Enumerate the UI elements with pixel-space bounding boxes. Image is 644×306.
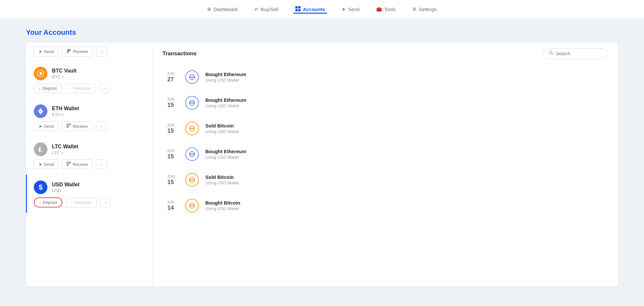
svg-rect-16 (69, 162, 71, 163)
tx-day: 15 (162, 153, 179, 160)
svg-rect-12 (67, 124, 68, 125)
tx-date-1: JUN 15 (162, 97, 179, 109)
transaction-row: JUN 14 Bought Bitcoin Using USD Wallet (153, 193, 618, 219)
usd-withdraw-button[interactable]: ↑ Withdraw (66, 197, 97, 207)
eth-wallet-name: ETH Wallet (52, 106, 79, 112)
tx-day: 14 (162, 205, 179, 211)
eth-logo (34, 104, 47, 118)
btc-vault-name: BTC Vault (52, 68, 77, 74)
svg-rect-13 (69, 124, 71, 125)
tx-icon-5 (185, 199, 199, 212)
transaction-row: JUN 27 Bought Ethereum Using USD Wallet (153, 64, 618, 90)
top-actions-row: ➤ Send Receive ··· (26, 43, 152, 61)
nav-item-tools[interactable]: 🧰 Tools (374, 5, 397, 13)
btc-more-button[interactable]: ··· (99, 84, 110, 93)
transaction-list: JUN 27 Bought Ethereum Using USD Wallet … (153, 64, 618, 219)
tx-date-0: JUN 27 (162, 72, 179, 83)
ltc-wallet-balance: LTC ≈ (52, 150, 78, 155)
send-icon: ➤ (342, 7, 346, 12)
svg-rect-17 (67, 164, 68, 166)
top-send-button[interactable]: ➤ Send (34, 47, 58, 57)
tx-sub: Using USD Wallet (205, 180, 608, 185)
usd-withdraw-icon: ↑ (71, 200, 73, 205)
ltc-receive-button[interactable]: Receive (62, 159, 93, 169)
svg-rect-14 (67, 126, 68, 127)
main-container: Your Accounts ➤ Send Receive ··· (0, 19, 644, 306)
btc-deposit-button[interactable]: ↓ Deposit (34, 84, 62, 93)
tx-info-4: Sold Bitcoin Using USD Wallet (205, 174, 608, 185)
svg-rect-1 (298, 6, 301, 8)
nav-label-dashboard: Dashboard (213, 7, 237, 12)
tx-month: JUN (162, 174, 179, 179)
transactions-title: Transactions (162, 50, 197, 57)
nav-label-buysell: Buy/Sell (261, 7, 278, 12)
eth-more-icon: ··· (99, 124, 103, 129)
account-item-usd: $ USD Wallet USD ↓ Deposit ↑ Withdraw (26, 175, 152, 213)
accounts-icon (295, 6, 301, 12)
dashboard-icon: ⊞ (207, 7, 211, 12)
tx-icon-3 (185, 147, 199, 161)
tx-icon-2 (185, 122, 199, 135)
eth-receive-button[interactable]: Receive (62, 121, 93, 131)
account-header-btc: BTC Vault BTC ≈ (34, 67, 145, 80)
usd-deposit-button[interactable]: ↓ Deposit (34, 197, 62, 207)
tx-day: 15 (162, 179, 179, 186)
svg-rect-4 (67, 49, 69, 51)
ltc-send-button[interactable]: ➤ Send (34, 159, 58, 169)
usd-wallet-name: USD Wallet (52, 182, 80, 188)
nav-item-accounts[interactable]: Accounts (293, 5, 327, 14)
tx-info-0: Bought Ethereum Using USD Wallet (205, 72, 608, 83)
transactions-panel: Transactions JUN 27 B (153, 43, 618, 286)
tx-sub: Using USD Wallet (205, 78, 608, 83)
eth-more-button[interactable]: ··· (96, 121, 107, 131)
tx-sub: Using USD Wallet (205, 155, 608, 160)
tx-month: JUN (162, 123, 179, 127)
tx-icon-0 (185, 70, 199, 84)
svg-rect-3 (298, 9, 301, 11)
deposit-down-icon: ↓ (39, 86, 41, 91)
tx-sub: Using USD Wallet (205, 103, 608, 108)
tx-name: Sold Bitcoin (205, 123, 608, 128)
ltc-more-button[interactable]: ··· (96, 159, 107, 169)
svg-line-19 (552, 54, 553, 55)
tx-month: JUN (162, 200, 179, 205)
btc-vault-actions: ↓ Deposit ↑ Withdraw ··· (34, 84, 145, 93)
receive-small-icon (67, 49, 71, 54)
nav-item-buysell[interactable]: ⇄ Buy/Sell (252, 5, 280, 13)
tx-name: Sold Bitcoin (205, 174, 608, 180)
eth-receive-icon (67, 124, 71, 129)
nav-label-send: Send (348, 7, 359, 12)
tx-sub: Using USD Wallet (205, 206, 608, 211)
eth-send-button[interactable]: ➤ Send (34, 121, 58, 131)
usd-more-button[interactable]: ··· (100, 197, 110, 207)
settings-icon: ⚙ (412, 7, 417, 12)
tx-day: 27 (162, 76, 179, 83)
transaction-row: JUN 15 Bought Ethereum Using USD Wallet (153, 141, 618, 167)
ltc-logo: Ł (34, 142, 47, 156)
btc-vault-balance: BTC ≈ (52, 74, 77, 79)
transaction-row: JUN 15 Sold Bitcoin Using USD Wallet (153, 167, 618, 193)
account-header-usd: $ USD Wallet USD (34, 180, 145, 194)
svg-point-18 (549, 51, 552, 54)
nav-item-send[interactable]: ➤ Send (340, 5, 361, 13)
tx-day: 15 (162, 102, 179, 109)
top-more-button[interactable]: ··· (96, 47, 107, 57)
btc-logo (34, 67, 47, 80)
tx-month: JUN (162, 149, 179, 153)
nav-label-tools: Tools (384, 7, 395, 12)
transaction-row: JUN 15 Bought Ethereum Using USD Wallet (153, 90, 618, 116)
top-receive-button[interactable]: Receive (62, 47, 93, 57)
tx-month: JUN (162, 72, 179, 76)
tx-date-2: JUN 15 (162, 123, 179, 134)
tools-icon: 🧰 (376, 7, 382, 12)
tx-date-5: JUN 14 (162, 200, 179, 211)
search-box[interactable] (543, 48, 608, 59)
search-input[interactable] (556, 51, 603, 56)
ltc-more-icon: ··· (99, 162, 103, 167)
btc-withdraw-button[interactable]: ↑ Withdraw (65, 84, 96, 93)
usd-logo: $ (34, 180, 47, 194)
nav-item-dashboard[interactable]: ⊞ Dashboard (205, 5, 239, 13)
tx-date-4: JUN 15 (162, 174, 179, 186)
nav-item-settings[interactable]: ⚙ Settings (410, 5, 438, 13)
main-nav: ⊞ Dashboard ⇄ Buy/Sell Accounts ➤ Send 🧰… (0, 0, 644, 19)
